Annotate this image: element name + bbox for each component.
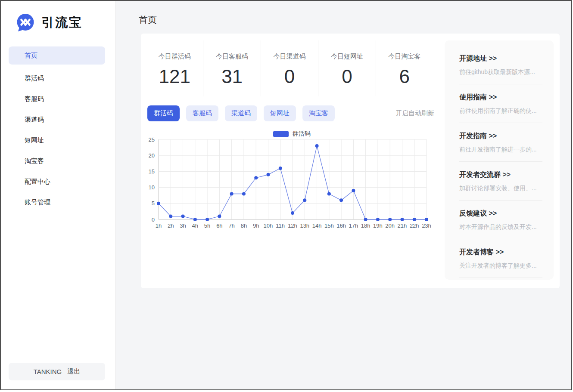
tab-short-url[interactable]: 短网址 <box>264 105 296 121</box>
link-title: 开发者博客 >> <box>459 248 542 257</box>
tab-channel-code[interactable]: 渠道码 <box>225 105 257 121</box>
stat-value: 0 <box>318 66 375 87</box>
sidebar-item-account[interactable]: 账号管理 <box>9 192 105 213</box>
app-window: 引流宝 首页 群活码 客服码 渠道码 短网址 淘宝客 配置中心 账号管理 TAN… <box>0 0 572 390</box>
tab-group-code[interactable]: 群活码 <box>147 105 180 121</box>
logout-button[interactable]: 退出 <box>67 367 80 376</box>
user-badge: TANKING 退出 <box>9 363 105 380</box>
sidebar-item-group-code[interactable]: 群活码 <box>9 68 105 89</box>
svg-text:3h: 3h <box>180 222 186 229</box>
link-title: 开源地址 >> <box>459 54 542 63</box>
svg-text:7h: 7h <box>228 222 234 229</box>
link-title: 开发者交流群 >> <box>459 170 542 179</box>
link-desc: 关注开发者的博客了解更多... <box>459 262 542 270</box>
stat-value: 0 <box>261 66 318 87</box>
svg-text:19h: 19h <box>373 222 383 229</box>
sidebar-item-taoke[interactable]: 淘宝客 <box>9 151 105 171</box>
svg-text:1h: 1h <box>156 222 162 229</box>
sidebar-item-short-url[interactable]: 短网址 <box>9 130 105 151</box>
svg-text:11h: 11h <box>276 222 285 229</box>
sidebar: 引流宝 首页 群活码 客服码 渠道码 短网址 淘宝客 配置中心 账号管理 TAN… <box>1 1 115 389</box>
svg-text:13h: 13h <box>300 222 309 229</box>
stat-label: 今日群活码 <box>146 52 203 61</box>
svg-text:22h: 22h <box>410 222 419 229</box>
link-open-source[interactable]: 开源地址 >> 前往github获取最新版本源... <box>459 46 542 84</box>
svg-text:23h: 23h <box>422 222 431 229</box>
link-feedback[interactable]: 反馈建议 >> 对本开源作品的反馈及开发... <box>459 201 542 239</box>
svg-text:21h: 21h <box>398 222 407 229</box>
tab-taoke[interactable]: 淘宝客 <box>302 105 335 121</box>
svg-text:8h: 8h <box>241 222 247 229</box>
stat-value: 6 <box>376 66 433 87</box>
svg-text:5h: 5h <box>204 222 210 229</box>
stat-value: 31 <box>203 66 260 87</box>
stat-channel-code: 今日渠道码 0 <box>261 40 318 96</box>
svg-text:4h: 4h <box>192 222 198 229</box>
chart-tabs: 群活码 客服码 渠道码 短网址 淘宝客 开启自动刷新 <box>147 105 434 121</box>
svg-text:2h: 2h <box>168 222 174 229</box>
stat-taoke: 今日淘宝客 6 <box>376 40 433 96</box>
link-title: 使用指南 >> <box>459 93 542 102</box>
svg-text:17h: 17h <box>349 222 358 229</box>
stats-row: 今日群活码 121 今日客服码 31 今日渠道码 0 今日短网址 0 今日淘宝客 <box>146 40 433 96</box>
stat-value: 121 <box>146 66 203 87</box>
svg-text:10h: 10h <box>264 222 273 229</box>
link-usage-guide[interactable]: 使用指南 >> 前往使用指南了解正确的使... <box>459 84 542 123</box>
stat-label: 今日淘宝客 <box>376 52 433 61</box>
link-desc: 对本开源作品的反馈及开发... <box>459 223 542 231</box>
tab-service-code[interactable]: 客服码 <box>186 105 218 121</box>
user-name: TANKING <box>34 368 62 375</box>
link-dev-group[interactable]: 开发者交流群 >> 加群讨论部署安装、使用、... <box>459 162 542 201</box>
link-desc: 加群讨论部署安装、使用、... <box>459 185 542 192</box>
page-title: 首页 <box>139 14 157 26</box>
svg-text:12h: 12h <box>288 222 297 229</box>
svg-text:15h: 15h <box>324 222 334 229</box>
stat-label: 今日客服码 <box>203 52 260 61</box>
line-chart: 1h2h3h4h5h6h7h8h9h10h11h12h13h14h15h16h1… <box>147 137 436 234</box>
svg-text:9h: 9h <box>253 222 259 229</box>
app-logo: 引流宝 <box>16 13 83 33</box>
sidebar-item-channel-code[interactable]: 渠道码 <box>9 109 105 130</box>
stat-service-code: 今日客服码 31 <box>203 40 261 96</box>
svg-text:16h: 16h <box>336 222 346 229</box>
sidebar-item-config-center[interactable]: 配置中心 <box>9 171 105 192</box>
main-content: 首页 今日群活码 121 今日客服码 31 今日渠道码 0 今日短网址 <box>115 1 571 389</box>
svg-text:25: 25 <box>149 137 155 143</box>
stat-short-url: 今日短网址 0 <box>318 40 376 96</box>
svg-text:0: 0 <box>152 216 155 223</box>
chat-bubble-xx-icon <box>16 13 35 33</box>
stat-group-code: 今日群活码 121 <box>146 40 203 96</box>
svg-text:6h: 6h <box>216 222 222 229</box>
sidebar-item-home[interactable]: 首页 <box>9 46 105 65</box>
svg-text:5: 5 <box>152 200 155 207</box>
line-chart-svg: 1h2h3h4h5h6h7h8h9h10h11h12h13h14h15h16h1… <box>147 137 436 234</box>
svg-text:20h: 20h <box>385 222 395 229</box>
svg-text:18h: 18h <box>361 222 371 229</box>
links-panel: 开源地址 >> 前往github获取最新版本源... 使用指南 >> 前往使用指… <box>445 40 554 280</box>
sidebar-item-service-code[interactable]: 客服码 <box>9 89 105 109</box>
link-desc: 前往使用指南了解正确的使... <box>459 107 542 115</box>
dashboard-card: 今日群活码 121 今日客服码 31 今日渠道码 0 今日短网址 0 今日淘宝客 <box>141 34 560 288</box>
link-title: 反馈建议 >> <box>459 209 542 218</box>
stat-label: 今日渠道码 <box>261 52 318 61</box>
svg-text:15: 15 <box>149 168 155 175</box>
legend-swatch <box>273 131 289 137</box>
app-title: 引流宝 <box>41 14 83 31</box>
link-desc: 前往github获取最新版本源... <box>459 68 542 76</box>
sidebar-menu: 首页 群活码 客服码 渠道码 短网址 淘宝客 配置中心 账号管理 <box>1 46 115 213</box>
stat-label: 今日短网址 <box>318 52 375 61</box>
link-desc: 前往开发指南了解进一步的... <box>459 146 542 154</box>
svg-text:14h: 14h <box>312 222 322 229</box>
link-dev-blog[interactable]: 开发者博客 >> 关注开发者的博客了解更多... <box>459 239 542 278</box>
svg-text:20: 20 <box>149 152 155 159</box>
link-dev-guide[interactable]: 开发指南 >> 前往开发指南了解进一步的... <box>459 123 542 162</box>
auto-refresh-toggle[interactable]: 开启自动刷新 <box>395 109 434 117</box>
svg-text:10: 10 <box>149 184 155 191</box>
link-title: 开发指南 >> <box>459 132 542 141</box>
